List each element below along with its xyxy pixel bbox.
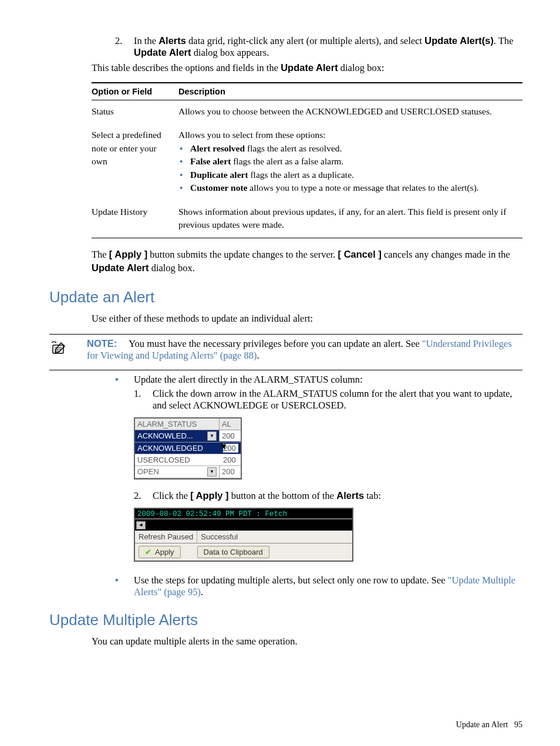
bullet-dot-icon: • <box>115 575 134 598</box>
cell-note-desc: Allows you to select from these options:… <box>178 124 522 200</box>
status-successful: Successful <box>197 531 241 543</box>
note-bullet-4: •Customer note allows you to type a note… <box>178 181 517 194</box>
log-line: 2009-08-02 02:52:49 PM PDT : Fetch <box>135 509 352 519</box>
cell-history: Update History <box>92 201 178 238</box>
alarm-col-status: ALARM_STATUS <box>135 418 220 430</box>
alarm-header-row: ALARM_STATUS AL <box>135 418 241 430</box>
page-footer: Update an Alert 95 <box>456 720 522 730</box>
section1-body: Use either of these methods to update an… <box>92 312 522 326</box>
note-bullet-2: •False alert flags the alert as a false … <box>178 155 517 168</box>
note-label: NOTE: <box>87 338 117 349</box>
alarm-open-row[interactable]: OPEN ▼ 200 <box>135 466 241 478</box>
substep-1-num: 1. <box>134 388 153 411</box>
cell-history-desc: Shows information about previous updates… <box>178 201 522 238</box>
table-intro: This table describes the options and fie… <box>92 61 522 75</box>
alarm-option-acknowledged[interactable]: ACKNOWLEDGED 200 <box>135 443 241 454</box>
table-row-note: Select a predefined note or enter your o… <box>92 124 522 200</box>
cell-note: Select a predefined note or enter your o… <box>92 124 178 200</box>
scroll-left-icon[interactable]: ◄ <box>136 521 146 529</box>
status-refresh: Refresh Paused <box>135 531 197 543</box>
button-row: ✔ Apply Data to Clipboard <box>135 544 352 561</box>
substep-2-text: Click the [ Apply ] button at the bottom… <box>153 490 381 502</box>
note-bullet-1: •Alert resolved flags the alert as resol… <box>178 142 517 155</box>
step-2-number: 2. <box>115 35 134 59</box>
note-rule-bottom <box>49 370 522 370</box>
apply-panel-screenshot: 2009-08-02 02:52:49 PM PDT : Fetch ◄ Ref… <box>134 508 353 562</box>
note-body: NOTE: You must have the necessary privil… <box>87 338 522 362</box>
section2-body: You can update multiple alerts in the sa… <box>92 635 522 649</box>
note-rule-top <box>49 334 522 335</box>
heading-update-an-alert: Update an Alert <box>49 288 522 306</box>
alarm-status-screenshot: ALARM_STATUS AL ACKNOWLED... ▼ 200 ACKNO… <box>134 417 242 480</box>
alarm-option-userclosed[interactable]: USERCLOSED 200 <box>135 454 241 466</box>
status-row: Refresh Paused Successful <box>135 531 352 544</box>
bullet-multiple-alerts: • Use the steps for updating multiple al… <box>92 575 522 598</box>
alarm-col-al: AL <box>220 418 241 430</box>
section1-intro: Use either of these methods to update an… <box>92 312 522 326</box>
step-2-text: In the Alerts data grid, right-click any… <box>134 35 522 59</box>
intro-block: 2. In the Alerts data grid, right-click … <box>92 35 522 275</box>
apply-cancel-paragraph: The [ Apply ] button submits the update … <box>92 248 522 276</box>
alarm-dropdown: ACKNOWLEDGED 200 USERCLOSED 200 <box>135 443 241 466</box>
alarm-selected-row[interactable]: ACKNOWLED... ▼ 200 <box>135 430 241 443</box>
table-row-status: Status Allows you to choose between the … <box>92 100 522 124</box>
dropdown-arrow-icon[interactable]: ▼ <box>207 431 217 441</box>
step-2: 2. In the Alerts data grid, right-click … <box>92 35 522 59</box>
cell-status-desc: Allows you to choose between the ACKNOWL… <box>178 100 522 124</box>
substep-1-text: Click the down arrow in the ALARM_STATUS… <box>153 388 522 411</box>
cell-status: Status <box>92 100 178 124</box>
note-bullet-3: •Duplicate alert flags the alert as a du… <box>178 168 517 181</box>
section2-intro: You can update multiple alerts in the sa… <box>92 635 522 649</box>
substep-1: 1. Click the down arrow in the ALARM_STA… <box>92 388 522 411</box>
bullet-update-column: • Update the alert directly in the ALARM… <box>92 374 522 386</box>
dropdown-arrow-icon[interactable]: ▼ <box>207 467 217 477</box>
col-option: Option or Field <box>92 83 178 100</box>
page: 2. In the Alerts data grid, right-click … <box>0 0 560 746</box>
check-icon: ✔ <box>145 548 151 556</box>
table-header-row: Option or Field Description <box>92 83 522 100</box>
col-description: Description <box>178 83 522 100</box>
data-to-clipboard-button[interactable]: Data to Clipboard <box>197 546 269 558</box>
bullet-dot-icon: • <box>115 374 134 386</box>
substep-2-num: 2. <box>134 490 153 502</box>
substep-2: 2. Click the [ Apply ] button at the bot… <box>92 490 522 502</box>
note-icon <box>49 338 87 362</box>
section1-steps: • Update the alert directly in the ALARM… <box>92 374 522 598</box>
table-row-history: Update History Shows information about p… <box>92 201 522 238</box>
options-table: Option or Field Description Status Allow… <box>92 82 522 238</box>
heading-update-multiple-alerts: Update Multiple Alerts <box>49 611 522 629</box>
apply-button[interactable]: ✔ Apply <box>139 546 181 558</box>
note-block: NOTE: You must have the necessary privil… <box>49 338 522 362</box>
